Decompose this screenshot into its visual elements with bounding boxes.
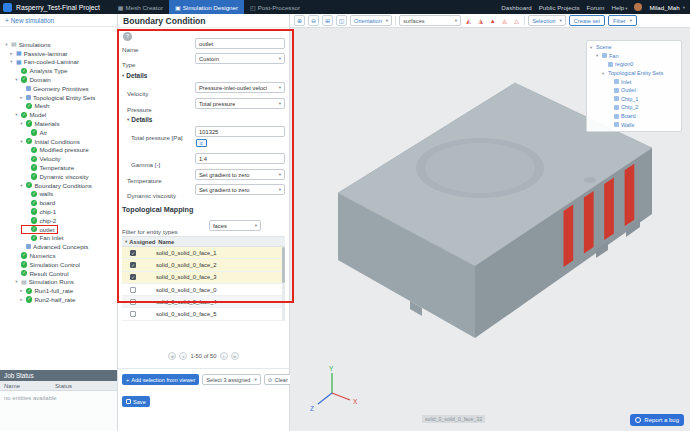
viewer-canvas[interactable]: ▾Scene▾Fanregion0▾Topological Entity Set… bbox=[290, 28, 690, 431]
tree-item-walls[interactable]: ✓walls bbox=[0, 190, 117, 199]
pressure-select[interactable]: Total pressure ▾ bbox=[195, 98, 285, 109]
create-set-button[interactable]: Create set bbox=[569, 15, 605, 26]
link-dashboard[interactable]: Dashboard bbox=[501, 4, 531, 11]
fit-view-button[interactable]: ⊞ bbox=[322, 15, 333, 26]
filter-button[interactable]: Filter ▾ bbox=[608, 15, 637, 26]
tree-item-initial-conditions[interactable]: ▾✓Initial Conditions bbox=[0, 137, 117, 146]
show-selection-icon[interactable]: ◮ bbox=[476, 17, 485, 24]
link-help[interactable]: Help▾ bbox=[611, 4, 627, 11]
tab-simulation-designer[interactable]: ▣Simulation Designer bbox=[169, 0, 244, 14]
tree-caret-icon[interactable]: ▾ bbox=[14, 77, 19, 82]
tree-item-fan-inlet[interactable]: ✓Fan Inlet bbox=[0, 234, 117, 243]
tree-item-chip-2[interactable]: ✓chip-2 bbox=[0, 216, 117, 225]
scene-caret-icon[interactable]: ▾ bbox=[596, 53, 601, 58]
simscale-logo-icon[interactable] bbox=[3, 3, 12, 12]
scene-caret-icon[interactable]: ▾ bbox=[602, 71, 607, 76]
tree-item-passive-laminar[interactable]: ▸▦Passive-laminar bbox=[0, 49, 117, 58]
tree-item-topological-entity-sets[interactable]: ▸Topological Entity Sets bbox=[0, 93, 117, 102]
tree-item-geometry-primitives[interactable]: Geometry Primitives bbox=[0, 84, 117, 93]
isolate-selection-icon[interactable]: ▲ bbox=[488, 18, 497, 24]
tree-caret-icon[interactable]: ▾ bbox=[14, 112, 19, 117]
scene-item-walls[interactable]: Walls bbox=[587, 120, 681, 129]
name-input[interactable] bbox=[195, 38, 285, 49]
user-menu[interactable]: Milad_Mah ▾ bbox=[649, 4, 685, 11]
tree-item-numerics[interactable]: ✓Numerics bbox=[0, 251, 117, 260]
tree-item-simulation-control[interactable]: ✓Simulation Control bbox=[0, 260, 117, 269]
formula-input-toggle[interactable]: ≡ bbox=[196, 139, 207, 147]
scene-item-chip-1[interactable]: Chip_1 bbox=[587, 95, 681, 104]
tree-caret-icon[interactable]: ▸ bbox=[9, 51, 14, 56]
selected-face-stripe[interactable] bbox=[604, 177, 614, 240]
screw-hole[interactable] bbox=[584, 177, 596, 183]
tree-caret-icon[interactable]: ▸ bbox=[19, 95, 24, 100]
face-row-solid-0-solid-0-face-0[interactable]: solid_0_solid_0_face_0 bbox=[122, 284, 285, 296]
tree-item-modified-pressure[interactable]: ✓Modified pressure bbox=[0, 146, 117, 155]
tree-item-boundary-conditions[interactable]: ▾✓Boundary Conditions bbox=[0, 181, 117, 190]
face-row-solid-0-solid-0-face-2[interactable]: ✓solid_0_solid_0_face_2 bbox=[122, 259, 285, 271]
tree-item-mesh[interactable]: ✓Mesh bbox=[0, 102, 117, 111]
tree-caret-icon[interactable]: ▾ bbox=[19, 121, 24, 126]
type-select[interactable]: Custom ▾ bbox=[195, 53, 285, 64]
tree-item-model[interactable]: ▾✓Model bbox=[0, 110, 117, 119]
clip-plane-icon[interactable]: △ bbox=[512, 17, 521, 24]
scene-item-inlet[interactable]: Inlet bbox=[587, 77, 681, 86]
last-page-button[interactable]: » bbox=[231, 352, 239, 360]
tree-item-temperature[interactable]: ✓Temperature bbox=[0, 163, 117, 172]
tree-caret-icon[interactable]: ▾ bbox=[14, 279, 19, 284]
pressure-details-section-header[interactable]: ▾ Details bbox=[127, 114, 152, 124]
transparency-icon[interactable]: ◬ bbox=[500, 17, 509, 24]
dynamic-viscosity-select[interactable]: Set gradient to zero ▾ bbox=[195, 184, 285, 195]
tree-item-chip-1[interactable]: ✓chip-1 bbox=[0, 207, 117, 216]
selected-face-stripe[interactable] bbox=[625, 164, 635, 227]
assigned-checkbox[interactable] bbox=[130, 299, 136, 305]
scene-item-topological-entity-sets[interactable]: ▾Topological Entity Sets bbox=[587, 69, 681, 78]
link-public-projects[interactable]: Public Projects bbox=[539, 4, 580, 11]
tree-item-dynamic-viscosity[interactable]: ✓Dynamic viscosity bbox=[0, 172, 117, 181]
new-simulation-button[interactable]: + New simulation bbox=[0, 14, 117, 27]
save-button[interactable]: Save bbox=[122, 396, 150, 407]
tab-mesh-creator[interactable]: ▦Mesh Creator bbox=[112, 0, 169, 14]
tree-item-analysis-type[interactable]: ✓Analysis Type bbox=[0, 66, 117, 75]
table-scrollbar-thumb[interactable] bbox=[282, 247, 285, 283]
tree-item-run1-full-rate[interactable]: ▸✓Run1-full_rate bbox=[0, 286, 117, 295]
user-avatar[interactable] bbox=[634, 3, 642, 11]
first-page-button[interactable]: « bbox=[168, 352, 176, 360]
table-scrollbar[interactable] bbox=[282, 247, 285, 321]
clear-button[interactable]: ⊘ Clear bbox=[264, 374, 292, 385]
details-section-header[interactable]: ▾ Details bbox=[122, 70, 147, 80]
tree-item-air[interactable]: ✓Air bbox=[0, 128, 117, 137]
name-column-header[interactable]: Name bbox=[158, 239, 174, 245]
assigned-checkbox[interactable] bbox=[130, 287, 136, 293]
selection-mode-select[interactable]: Selection ▾ bbox=[528, 15, 566, 26]
add-selection-button[interactable]: + Add selection from viewer bbox=[122, 374, 199, 385]
report-bug-button[interactable]: Report a bug bbox=[630, 414, 684, 426]
scene-item-region0[interactable]: region0 bbox=[587, 60, 681, 69]
assigned-checkbox[interactable] bbox=[130, 311, 136, 317]
face-row-solid-0-solid-0-face-1[interactable]: ✓solid_0_solid_0_face_1 bbox=[122, 247, 285, 259]
sort-caret-icon[interactable]: ▾ bbox=[125, 239, 127, 244]
view-cube-button[interactable]: ◫ bbox=[336, 15, 347, 26]
face-row-solid-0-solid-0-face-4[interactable]: solid_0_solid_0_face_4 bbox=[122, 296, 285, 308]
assigned-checkbox[interactable]: ✓ bbox=[130, 262, 136, 268]
scene-caret-icon[interactable]: ▾ bbox=[590, 45, 595, 50]
fan-recess-inner[interactable] bbox=[425, 143, 535, 193]
tree-caret-icon[interactable]: ▾ bbox=[19, 183, 24, 188]
tree-item-domain[interactable]: ▾✓Domain bbox=[0, 75, 117, 84]
temperature-select[interactable]: Set gradient to zero ▾ bbox=[195, 169, 285, 180]
tree-caret-icon[interactable]: ▾ bbox=[19, 139, 24, 144]
render-mode-select[interactable]: surfaces ▾ bbox=[399, 15, 461, 26]
select-assigned-button[interactable]: Select 3 assigned ▾ bbox=[202, 374, 260, 385]
tab-post-processor[interactable]: ◰Post-Processor bbox=[244, 0, 306, 14]
total-pressure-input[interactable] bbox=[195, 126, 285, 137]
tree-caret-icon[interactable]: ▾ bbox=[9, 59, 14, 64]
assigned-checkbox[interactable]: ✓ bbox=[130, 274, 136, 280]
orientation-select[interactable]: Orientation ▾ bbox=[350, 15, 392, 26]
face-row-solid-0-solid-0-face-5[interactable]: solid_0_solid_0_face_5 bbox=[122, 308, 285, 320]
tree-caret-icon[interactable]: ▾ bbox=[4, 42, 9, 47]
tree-caret-icon[interactable]: ▸ bbox=[19, 297, 24, 302]
selected-face-stripe[interactable] bbox=[584, 191, 594, 254]
tree-item-run2-half-rate[interactable]: ▸✓Run2-half_rate bbox=[0, 295, 117, 304]
assigned-checkbox[interactable]: ✓ bbox=[130, 250, 136, 256]
face-row-solid-0-solid-0-face-3[interactable]: ✓solid_0_solid_0_face_3 bbox=[122, 272, 285, 284]
scene-item-scene[interactable]: ▾Scene bbox=[587, 43, 681, 52]
